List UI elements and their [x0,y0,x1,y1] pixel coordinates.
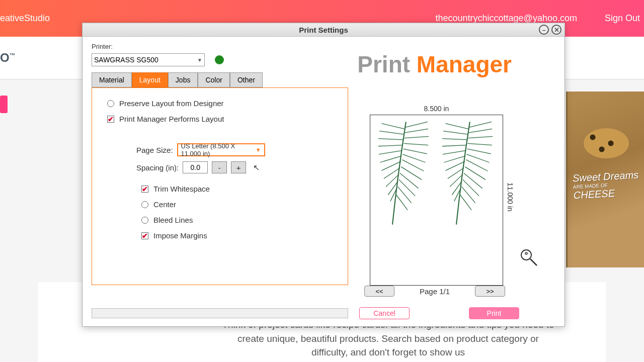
tab-jobs[interactable]: Jobs [168,72,198,87]
pink-side-tab[interactable] [0,96,8,113]
check-trim-label: Trim Whitespace [153,185,210,193]
spacing-increment[interactable]: + [231,161,246,173]
tab-color[interactable]: Color [198,72,229,87]
page-navigator: << Page 1/1 >> [364,286,505,297]
printer-status-dot [215,55,224,64]
zoom-icon[interactable] [519,248,538,270]
minimize-icon[interactable]: – [539,25,549,35]
svg-line-2 [530,259,537,265]
layout-panel: Preserve Layout from Designer ✔ Print Ma… [92,87,348,285]
cursor-icon: ↖ [253,163,260,172]
tab-material[interactable]: Material [92,72,132,87]
check-margins-label: Impose Margins [153,231,207,240]
user-email: thecountrychiccottage@yahoo.com [436,13,577,24]
chevron-down-icon: ▼ [197,57,202,63]
close-icon[interactable]: ✕ [551,25,561,35]
radio-pm-label: Print Manager Performs Layout [119,115,224,123]
tab-other[interactable]: Other [230,72,263,87]
check-bleed-lines[interactable] [141,217,148,224]
logo-fragment: O™ [0,51,16,65]
preview-page [370,115,503,286]
print-manager-logo: Print Manager [357,51,512,78]
signout-link[interactable]: Sign Out [605,13,640,24]
board-caption: Sweet Dreams ARE MADE OF CHEESE [572,169,639,202]
preview-image-2 [438,119,496,227]
page-size-label: Page Size: [136,146,173,154]
dialog-title: Print Settings [299,26,348,34]
dialog-titlebar: Print Settings – ✕ [83,23,565,37]
print-button[interactable]: Print [469,307,519,319]
svg-point-1 [525,252,527,254]
print-settings-dialog: Print Settings – ✕ Printer: SAWGRASS SG5… [82,23,565,327]
page-height-label: 11.000 in [506,183,514,212]
page-indicator: Page 1/1 [420,287,450,296]
radio-preserve-label: Preserve Layout from Designer [119,99,224,108]
chevron-down-icon: ▼ [256,147,261,153]
prev-page-button[interactable]: << [364,286,394,297]
spacing-label: Spacing (in): [136,163,179,172]
app-name-fragment: eativeStudio [0,13,50,24]
page-size-select[interactable]: US Letter (8.500 X 11.000 in) ▼ [177,143,265,156]
spacing-input[interactable] [183,161,208,173]
cancel-button[interactable]: Cancel [359,307,410,319]
check-trim-whitespace[interactable]: ✔ [141,186,148,193]
printer-label: Printer: [92,43,113,50]
leopard-decal [584,128,629,158]
next-page-button[interactable]: >> [475,286,505,297]
tab-layout[interactable]: Layout [132,72,168,87]
preview-image-1 [374,119,432,227]
printer-select[interactable]: SAWGRASS SG500 ▼ [92,53,205,66]
page-preview: 8.500 in [370,105,503,286]
check-impose-margins[interactable]: ✔ [141,232,148,239]
check-center[interactable] [141,201,148,208]
check-center-label: Center [153,200,176,209]
radio-preserve-layout[interactable] [107,100,114,107]
spacing-decrement[interactable]: - [212,161,227,173]
svg-point-0 [521,250,531,260]
page-width-label: 8.500 in [370,105,503,113]
check-bleed-label: Bleed Lines [153,216,193,224]
progress-bar [92,308,348,318]
radio-pm-layout[interactable]: ✔ [107,116,114,123]
